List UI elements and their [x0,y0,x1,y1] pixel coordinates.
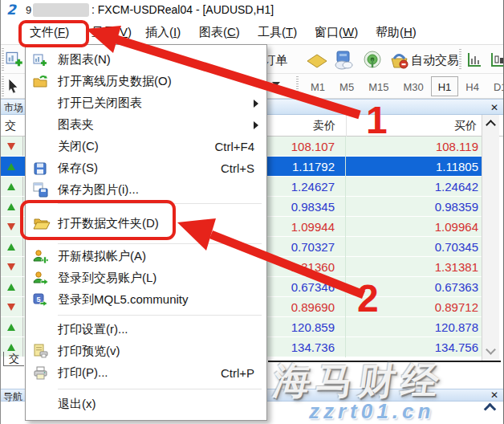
new-chart-toolbar-icon[interactable] [6,51,23,71]
autotrading-button[interactable]: 自动交易 [411,53,459,68]
menu-item-save-as-picture[interactable]: 保存为图片(i)... [26,179,266,201]
timeframe-m15[interactable]: M15 [361,76,396,96]
mql5-icon: 5 [26,292,58,308]
new-chart-icon [26,53,58,67]
toolbar-drag-handle[interactable] [459,49,461,71]
menu-item-profiles[interactable]: 图表夹 [26,114,266,136]
sell-price: 1.31360 [268,257,346,277]
sell-price: 120.859 [268,317,346,337]
save-picture-icon [26,182,58,198]
buy-price: 0.70345 [346,237,480,257]
signals-icon[interactable] [363,50,383,73]
menu-item-label: 打开离线历史数据(O) [58,74,266,89]
menubar-item-charts[interactable]: 图表(C) [199,20,240,44]
menubar-item-file[interactable]: 文件(F) [30,20,69,44]
buy-price: 120.878 [346,317,480,337]
buy-price: 1.09964 [346,217,480,237]
menu-shortcut: Ctrl+P [221,366,254,380]
timeframe-buttons: M1 M5 M15 M30 H1 H4 D1 W1 [303,76,504,96]
trend-arrow-icon [1,317,23,336]
menu-item-login-mql5[interactable]: 5 登录到MQL5.community [26,289,266,311]
column-divider [346,115,347,137]
menu-bar: 文件(F) 显示(V) 插入(I) 图表(C) 工具(T) 窗口(W) 帮助(H… [1,20,504,44]
menu-item-label: 新图表(N) [58,52,266,67]
watermark-url: zzrt01.cn [309,399,434,424]
menubar-item-view[interactable]: 显示(V) [91,20,132,44]
file-menu-dropdown: 新图表(N) 打开离线历史数据(O) 打开已关闭图表 图表夹 关闭(C) Ctr… [25,44,267,421]
indicator-dropdown-arrow[interactable] [272,82,280,87]
menu-item-label: 关闭(C) [58,139,214,154]
metatrader-logo-icon: 2 [6,2,16,18]
scroll-up-icon[interactable] [486,120,496,130]
close-icon[interactable]: ✕ [489,389,500,401]
timeframe-m5[interactable]: M5 [332,76,361,96]
menubar-item-help[interactable]: 帮助(H) [376,20,417,44]
column-header-buy[interactable]: 买价 [346,115,477,137]
menu-separator [26,384,266,393]
submenu-arrow-icon [254,100,258,108]
menubar-item-window[interactable]: 窗口(W) [315,20,358,44]
scrollbar[interactable] [482,115,499,361]
account-plus-icon [26,249,58,264]
trend-arrow-icon [1,197,23,216]
sell-price: 108.107 [268,137,346,157]
menu-item-label: 保存为图片(i)... [58,182,266,198]
menu-shortcut: Ctrl+F4 [214,140,254,153]
trend-arrow-icon [1,257,23,276]
menu-item-label: 打印(P)... [58,365,221,381]
menu-item-print-setup[interactable]: 打印设置(r)... [26,319,266,340]
menu-item-label: 打开已关闭图表 [58,96,254,111]
cursor-tool-icon[interactable] [7,78,22,97]
column-header-symbol[interactable]: 交 [5,115,16,137]
print-preview-icon [26,344,58,359]
menu-item-print-preview[interactable]: 打印预览(v) [26,340,266,362]
trend-arrow-icon [1,297,23,316]
sell-price: 1.09944 [268,217,346,237]
scroll-down-icon[interactable] [486,344,496,355]
toolbar-drag-handle[interactable] [296,76,299,96]
bar-chart-type-icon[interactable] [465,51,483,72]
svg-text:5: 5 [36,296,40,304]
virtual-hosting-icon[interactable] [333,50,354,74]
scroll-up-icon[interactable] [484,403,497,416]
yellow-diamond-icon[interactable] [307,54,327,71]
timeframe-h1[interactable]: H1 [431,76,459,96]
column-header-sell[interactable]: 卖价 [268,115,335,137]
menu-item-label: 打印预览(v) [58,344,266,359]
buy-price: 0.89712 [346,297,480,317]
trend-arrow-icon [1,237,23,256]
menu-item-label: 打印设置(r)... [58,322,266,337]
menu-separator [26,311,266,319]
autotrading-icon[interactable] [389,51,409,73]
sell-price: 134.736 [268,337,346,357]
menu-item-open-deleted[interactable]: 打开已关闭图表 [26,92,266,114]
menu-item-open-offline[interactable]: 打开离线历史数据(O) [26,71,266,92]
menubar-item-insert[interactable]: 插入(I) [145,20,181,44]
menubar-item-tools[interactable]: 工具(T) [258,20,297,44]
menu-item-open-data-folder[interactable]: 打开数据文件夹(D) [26,206,266,241]
market-watch-tab[interactable]: 交 [3,352,24,366]
buy-price: 0.98359 [346,197,480,217]
toolbar-drag-handle[interactable] [2,76,4,96]
timeframe-m1[interactable]: M1 [303,76,332,96]
navigator-title: 导航 [3,390,22,404]
menu-item-print[interactable]: 打印(P)... Ctrl+P [26,362,266,384]
candlestick-chart-type-icon[interactable] [489,51,504,72]
account-number-partial: 9 [26,4,31,16]
timeframe-d1[interactable]: D1 [486,76,504,96]
menu-item-label: 打开数据文件夹(D) [58,216,266,231]
close-icon[interactable]: ✕ [489,102,500,113]
menu-item-exit[interactable]: 退出(x) [26,393,266,415]
menu-item-close[interactable]: 关闭(C) Ctrl+F4 [26,136,266,157]
menu-item-save[interactable]: 保存(S) Ctrl+S [26,157,266,179]
timeframe-h4[interactable]: H4 [458,76,486,96]
menu-item-open-demo-account[interactable]: 开新模拟帐户(A) [26,246,266,267]
buy-price: 1.31381 [346,257,480,277]
menu-item-new-chart[interactable]: 新图表(N) [26,49,266,71]
menu-item-login-trade-account[interactable]: 登录到交易账户(L) [26,267,266,289]
trend-arrow-icon [1,277,23,296]
sell-price: 1.11792 [268,157,346,177]
sell-price: 0.70327 [268,237,346,257]
toolbar-drag-handle[interactable] [2,48,4,71]
timeframe-m30[interactable]: M30 [396,76,430,96]
